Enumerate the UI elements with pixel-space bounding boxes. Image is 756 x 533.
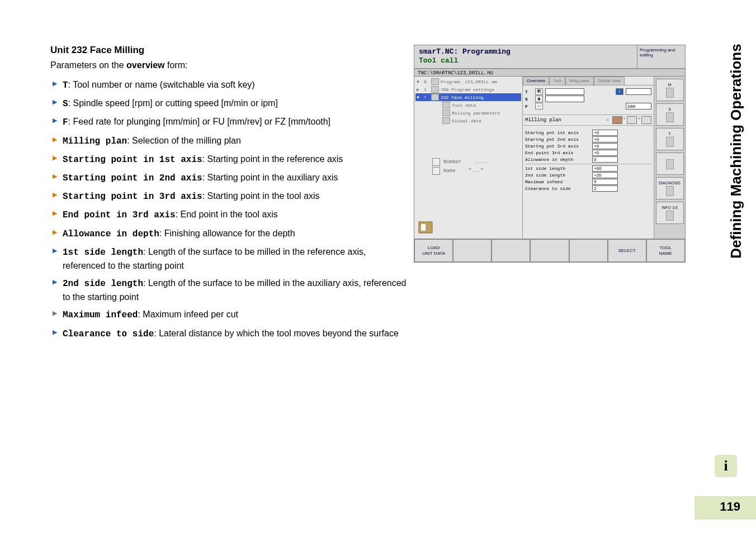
tsf-rows: T 🛠 ↕ S ◉ F (523, 85, 654, 112)
tree-label: Tool data (452, 103, 476, 108)
tabs[interactable]: OverviewToolMillg.para.Global data (523, 77, 654, 85)
side-button[interactable] (656, 153, 684, 175)
side-icon-column: MSTDIAGNOSISINFO 1/3 (654, 77, 685, 239)
param-key: End point in 3rd axis (63, 210, 176, 220)
form-input[interactable] (592, 136, 618, 142)
input-f1[interactable] (626, 103, 651, 110)
tree-item[interactable]: Global data (415, 117, 521, 125)
softkey-footer[interactable]: LOADUNIT DATASELECTTOOLNAME (414, 239, 685, 262)
tree-toggle-icon[interactable]: ▼ (417, 95, 422, 100)
side-button[interactable]: S (656, 103, 684, 126)
param-desc: : End point in the tool axis (176, 210, 278, 219)
plan-options[interactable]: ○ ○ (612, 116, 651, 124)
form-label: Startng pnt 1st axis (525, 130, 592, 135)
param-item: Milling plan: Selection of the milling p… (53, 134, 408, 148)
tree-label: 232 Face milling (441, 95, 484, 100)
param-item: T: Tool number or name (switchable via s… (53, 78, 408, 92)
input-t1[interactable] (545, 88, 584, 95)
form-input[interactable] (592, 143, 618, 149)
label-t: T (525, 89, 533, 94)
input-s1[interactable] (545, 96, 584, 102)
param-desc: : Tool number or name (switchable via so… (68, 80, 255, 89)
softkey-button[interactable]: LOADUNIT DATA (414, 239, 453, 262)
tab[interactable]: Global data (594, 77, 625, 85)
tab[interactable]: Millg.para. (565, 77, 594, 85)
param-desc: : Selection of the milling plan (127, 136, 241, 145)
form-input[interactable] (592, 150, 618, 156)
side-button-label: INFO 1/3 (662, 206, 677, 210)
side-button-icon (666, 186, 674, 196)
form-input[interactable] (592, 179, 618, 185)
tree-type-icon (431, 94, 439, 101)
softkey-line1: TOOL (647, 245, 684, 251)
form-input[interactable] (592, 165, 618, 172)
softkey-line1: SELECT (608, 248, 646, 254)
row-t: T 🛠 ↕ (525, 88, 651, 95)
param-key: Starting point in 1st axis (63, 155, 202, 165)
softkey-line1: LOAD (415, 245, 452, 251)
side-button-label: T (668, 132, 670, 136)
side-button[interactable]: DIAGNOSIS (656, 177, 684, 199)
softkey-button[interactable]: SELECT (608, 239, 646, 262)
side-button[interactable]: M (656, 79, 684, 101)
form-label: 1st side length (525, 166, 592, 171)
heidenhain-logo (418, 221, 433, 234)
plan-opt-3[interactable] (641, 116, 651, 124)
form-input[interactable] (592, 172, 618, 178)
softkey-button[interactable]: TOOLNAME (646, 239, 685, 262)
tab[interactable]: Overview (523, 77, 549, 85)
page: Unit 232 Face Milling Parameters on the … (0, 0, 756, 533)
form-row: End point 3rd axis (525, 150, 651, 156)
title-line1: smarT.NC: Programming (419, 47, 632, 56)
form-label: Startng pnt 2nd axis (525, 137, 592, 142)
milling-plan-label: Milling plan (525, 117, 561, 123)
side-button-icon (666, 88, 674, 98)
tree-toggle-icon[interactable]: ▶ (417, 87, 422, 92)
tree-toggle-icon[interactable]: ▼ (417, 79, 422, 84)
parameter-list: T: Tool number or name (switchable via s… (50, 78, 408, 341)
side-button-label: M (668, 83, 672, 87)
form-area: OverviewToolMillg.para.Global data T 🛠 ↕… (523, 77, 685, 239)
param-desc: : Starting point in the reference axis (202, 154, 343, 164)
label-f: F (525, 104, 533, 109)
tree-item[interactable]: Tool data (415, 101, 521, 109)
page-number-band: 119 (694, 496, 756, 520)
param-item: End point in 3rd axis: End point in the … (53, 208, 408, 222)
row-s: S ◉ (525, 96, 651, 102)
milling-plan-row: Milling plan ○ ○ ○ (523, 115, 654, 126)
side-button[interactable]: T (656, 128, 684, 150)
softkey-line2: NAME (647, 251, 684, 256)
side-button[interactable]: INFO 1/3 (656, 202, 684, 224)
name-value: "..." (468, 168, 483, 174)
form-input[interactable] (592, 185, 618, 192)
number-icon (432, 158, 440, 166)
param-key: Milling plan (63, 136, 127, 146)
param-desc: : Maximum infeed per cut (138, 310, 238, 319)
tree-item[interactable]: ▶1700 Program settings (415, 85, 521, 93)
param-key: 2nd side length (63, 279, 143, 289)
plan-opt-1[interactable] (612, 116, 622, 124)
side-button-icon (666, 211, 674, 221)
input-t2[interactable] (626, 88, 651, 95)
tree-item[interactable]: Milling parameters (415, 109, 521, 117)
tree-item[interactable]: ▼0Program: 123_DRILL mm (415, 78, 521, 85)
tree-index: 1 (424, 87, 429, 92)
form-row: Startng pnt 1st axis (525, 130, 651, 136)
tree-type-icon (431, 78, 439, 85)
form-input[interactable] (592, 156, 618, 163)
softkey-button[interactable] (492, 239, 530, 262)
form-input[interactable] (592, 130, 618, 136)
tab[interactable]: Tool (549, 77, 565, 85)
name-icon (432, 167, 440, 175)
tree-type-icon (442, 117, 450, 124)
parameter-grid: Startng pnt 1st axisStartng pnt 2nd axis… (523, 128, 654, 193)
program-tree[interactable]: ▼0Program: 123_DRILL mm▶1700 Program set… (414, 77, 523, 239)
softkey-button[interactable] (569, 239, 608, 262)
number-value: ..... (474, 159, 489, 165)
param-item: Allowance in depth: Finishing allowance … (53, 227, 408, 241)
screenshot-header: smarT.NC: Programming Tool call Programm… (414, 45, 685, 69)
softkey-button[interactable] (453, 239, 492, 262)
softkey-button[interactable] (530, 239, 569, 262)
tree-item[interactable]: ▼*232 Face milling (415, 93, 521, 101)
plan-opt-2[interactable] (627, 116, 637, 124)
